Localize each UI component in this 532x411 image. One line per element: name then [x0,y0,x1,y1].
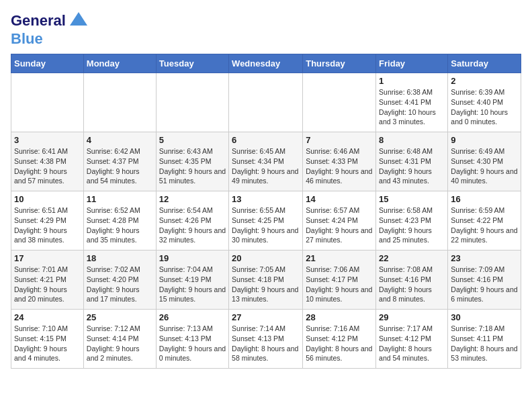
calendar-cell: 22Sunrise: 7:08 AM Sunset: 4:16 PM Dayli… [376,250,448,310]
day-info: Sunrise: 7:14 AM Sunset: 4:13 PM Dayligh… [232,324,300,363]
day-info: Sunrise: 6:52 AM Sunset: 4:28 PM Dayligh… [87,205,153,245]
calendar-cell: 30Sunrise: 7:18 AM Sunset: 4:11 PM Dayli… [448,310,521,369]
day-info: Sunrise: 7:18 AM Sunset: 4:11 PM Dayligh… [451,324,518,363]
calendar-cell: 26Sunrise: 7:13 AM Sunset: 4:13 PM Dayli… [156,310,228,369]
calendar-cell: 27Sunrise: 7:14 AM Sunset: 4:13 PM Dayli… [229,310,303,369]
calendar-week-row: 3Sunrise: 6:41 AM Sunset: 4:38 PM Daylig… [11,132,521,191]
day-number: 28 [306,312,373,322]
calendar-cell: 4Sunrise: 6:42 AM Sunset: 4:37 PM Daylig… [83,132,156,191]
day-number: 16 [451,194,518,204]
day-number: 3 [14,135,81,145]
day-number: 11 [87,194,153,204]
calendar-cell: 15Sunrise: 6:58 AM Sunset: 4:23 PM Dayli… [376,191,448,250]
page-header: General Blue [11,11,521,47]
day-number: 18 [87,253,153,263]
calendar-cell: 28Sunrise: 7:16 AM Sunset: 4:12 PM Dayli… [303,310,376,369]
logo-text-blue: Blue [11,30,43,47]
calendar-week-row: 17Sunrise: 7:01 AM Sunset: 4:21 PM Dayli… [11,250,521,310]
day-info: Sunrise: 6:48 AM Sunset: 4:31 PM Dayligh… [379,146,445,186]
weekday-header: Friday [376,54,448,73]
day-info: Sunrise: 7:06 AM Sunset: 4:17 PM Dayligh… [306,265,373,304]
day-info: Sunrise: 6:39 AM Sunset: 4:40 PM Dayligh… [451,87,518,127]
day-info: Sunrise: 7:17 AM Sunset: 4:12 PM Dayligh… [379,324,445,363]
calendar-cell: 1Sunrise: 6:38 AM Sunset: 4:41 PM Daylig… [376,73,448,132]
day-number: 5 [159,135,226,145]
calendar-cell [303,73,376,132]
svg-marker-0 [70,12,87,26]
calendar-header-row: SundayMondayTuesdayWednesdayThursdayFrid… [11,54,521,73]
day-number: 22 [379,253,445,263]
calendar-cell: 29Sunrise: 7:17 AM Sunset: 4:12 PM Dayli… [376,310,448,369]
day-number: 19 [159,253,226,263]
calendar-week-row: 10Sunrise: 6:51 AM Sunset: 4:29 PM Dayli… [11,191,521,250]
day-info: Sunrise: 6:45 AM Sunset: 4:34 PM Dayligh… [232,146,300,186]
day-number: 21 [306,253,373,263]
calendar-cell [156,73,228,132]
calendar-cell: 6Sunrise: 6:45 AM Sunset: 4:34 PM Daylig… [229,132,303,191]
weekday-header: Sunday [11,54,84,73]
calendar-cell: 21Sunrise: 7:06 AM Sunset: 4:17 PM Dayli… [303,250,376,310]
day-number: 23 [451,253,518,263]
day-number: 8 [379,135,445,145]
day-info: Sunrise: 6:54 AM Sunset: 4:26 PM Dayligh… [159,205,226,245]
logo-icon [69,11,89,31]
weekday-header: Tuesday [156,54,228,73]
calendar-cell: 25Sunrise: 7:12 AM Sunset: 4:14 PM Dayli… [83,310,156,369]
calendar-cell: 7Sunrise: 6:46 AM Sunset: 4:33 PM Daylig… [303,132,376,191]
calendar-cell: 19Sunrise: 7:04 AM Sunset: 4:19 PM Dayli… [156,250,228,310]
weekday-header: Thursday [303,54,376,73]
day-number: 2 [451,76,518,86]
weekday-header: Wednesday [229,54,303,73]
day-info: Sunrise: 6:41 AM Sunset: 4:38 PM Dayligh… [14,146,81,186]
calendar-cell: 8Sunrise: 6:48 AM Sunset: 4:31 PM Daylig… [376,132,448,191]
calendar-cell: 5Sunrise: 6:43 AM Sunset: 4:35 PM Daylig… [156,132,228,191]
day-number: 17 [14,253,81,263]
calendar-cell: 18Sunrise: 7:02 AM Sunset: 4:20 PM Dayli… [83,250,156,310]
calendar-cell: 24Sunrise: 7:10 AM Sunset: 4:15 PM Dayli… [11,310,84,369]
day-number: 26 [159,312,226,322]
day-info: Sunrise: 7:10 AM Sunset: 4:15 PM Dayligh… [14,324,81,363]
day-info: Sunrise: 7:05 AM Sunset: 4:18 PM Dayligh… [232,265,300,304]
day-info: Sunrise: 7:01 AM Sunset: 4:21 PM Dayligh… [14,265,81,304]
calendar-cell: 17Sunrise: 7:01 AM Sunset: 4:21 PM Dayli… [11,250,84,310]
calendar-cell: 12Sunrise: 6:54 AM Sunset: 4:26 PM Dayli… [156,191,228,250]
day-number: 13 [232,194,300,204]
day-number: 1 [379,76,445,86]
day-info: Sunrise: 7:09 AM Sunset: 4:16 PM Dayligh… [451,265,518,304]
day-info: Sunrise: 6:38 AM Sunset: 4:41 PM Dayligh… [379,87,445,127]
day-info: Sunrise: 7:16 AM Sunset: 4:12 PM Dayligh… [306,324,373,363]
day-number: 12 [159,194,226,204]
weekday-header: Monday [83,54,156,73]
day-number: 4 [87,135,153,145]
day-info: Sunrise: 7:02 AM Sunset: 4:20 PM Dayligh… [87,265,153,304]
calendar-cell [83,73,156,132]
day-number: 6 [232,135,300,145]
day-info: Sunrise: 7:13 AM Sunset: 4:13 PM Dayligh… [159,324,226,363]
day-info: Sunrise: 6:59 AM Sunset: 4:22 PM Dayligh… [451,205,518,245]
calendar-table: SundayMondayTuesdayWednesdayThursdayFrid… [11,54,521,369]
calendar-cell: 20Sunrise: 7:05 AM Sunset: 4:18 PM Dayli… [229,250,303,310]
day-number: 9 [451,135,518,145]
calendar-cell: 14Sunrise: 6:57 AM Sunset: 4:24 PM Dayli… [303,191,376,250]
day-number: 7 [306,135,373,145]
day-number: 29 [379,312,445,322]
day-number: 14 [306,194,373,204]
day-number: 25 [87,312,153,322]
day-info: Sunrise: 6:57 AM Sunset: 4:24 PM Dayligh… [306,205,373,245]
calendar-cell: 11Sunrise: 6:52 AM Sunset: 4:28 PM Dayli… [83,191,156,250]
day-info: Sunrise: 6:55 AM Sunset: 4:25 PM Dayligh… [232,205,300,245]
calendar-week-row: 1Sunrise: 6:38 AM Sunset: 4:41 PM Daylig… [11,73,521,132]
calendar-cell: 10Sunrise: 6:51 AM Sunset: 4:29 PM Dayli… [11,191,84,250]
day-info: Sunrise: 7:12 AM Sunset: 4:14 PM Dayligh… [87,324,153,363]
calendar-cell [229,73,303,132]
logo-text: General [11,13,66,29]
day-number: 15 [379,194,445,204]
calendar-cell: 16Sunrise: 6:59 AM Sunset: 4:22 PM Dayli… [448,191,521,250]
day-number: 30 [451,312,518,322]
calendar-cell [11,73,84,132]
day-info: Sunrise: 6:43 AM Sunset: 4:35 PM Dayligh… [159,146,226,186]
day-number: 10 [14,194,81,204]
calendar-cell: 23Sunrise: 7:09 AM Sunset: 4:16 PM Dayli… [448,250,521,310]
logo: General Blue [11,11,89,47]
calendar-week-row: 24Sunrise: 7:10 AM Sunset: 4:15 PM Dayli… [11,310,521,369]
